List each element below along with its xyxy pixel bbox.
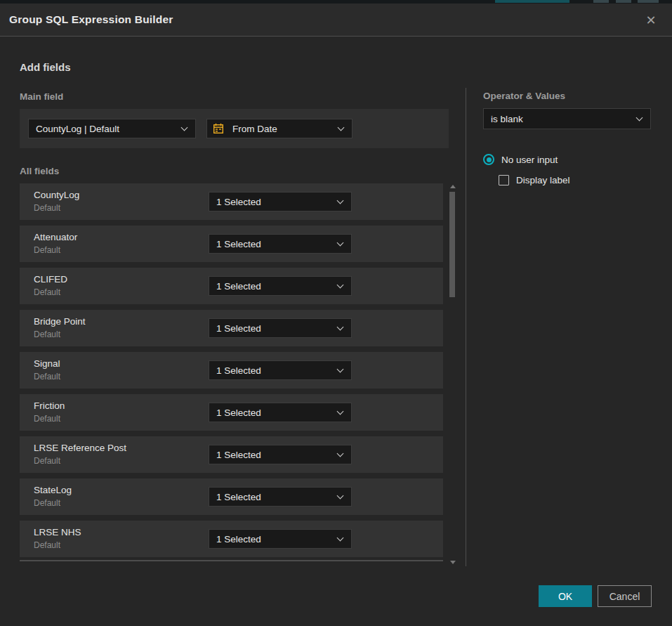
next-row-sliver — [20, 560, 443, 561]
radio-selected-icon — [483, 154, 494, 165]
layer-select[interactable]: CountyLog | Default — [28, 119, 196, 138]
no-user-input-label: No user input — [501, 155, 558, 165]
scrollbar-up-arrow-icon[interactable] — [450, 185, 456, 188]
main-field-select-value: From Date — [225, 124, 338, 134]
field-subtitle: Default — [34, 456, 60, 466]
operator-select[interactable]: is blank — [483, 108, 651, 129]
chevron-down-icon — [337, 323, 344, 330]
field-row[interactable]: Friction Default 1 Selected — [20, 394, 443, 431]
field-subtitle: Default — [34, 287, 60, 297]
field-name: LRSE Reference Post — [34, 443, 126, 453]
chevron-down-icon — [181, 124, 188, 131]
operator-values-heading: Operator & Values — [483, 91, 565, 101]
field-row[interactable]: LRSE NHS Default 1 Selected — [20, 521, 443, 557]
main-field-panel: CountyLog | Default From Date — [20, 109, 449, 148]
background-icon-fragment — [593, 0, 609, 3]
field-subtitle: Default — [34, 245, 60, 255]
field-row[interactable]: StateLog Default 1 Selected — [20, 478, 443, 515]
scrollbar-thumb[interactable] — [449, 192, 455, 297]
chevron-down-icon — [337, 239, 344, 246]
ok-button[interactable]: OK — [539, 585, 592, 607]
field-values-select-value: 1 Selected — [209, 492, 338, 502]
chevron-down-icon — [337, 365, 344, 372]
field-values-select[interactable]: 1 Selected — [209, 445, 352, 464]
display-label-checkbox[interactable]: Display label — [499, 175, 570, 185]
layer-select-value: CountyLog | Default — [29, 124, 182, 134]
field-row[interactable]: Attenuator Default 1 Selected — [20, 226, 443, 262]
field-subtitle: Default — [34, 540, 60, 550]
display-label-label: Display label — [516, 175, 570, 185]
background-icon-fragment — [616, 0, 631, 3]
field-name: LRSE NHS — [34, 527, 81, 537]
chevron-down-icon — [338, 124, 345, 131]
field-row[interactable]: LRSE Reference Post Default 1 Selected — [20, 436, 443, 473]
chevron-down-icon — [337, 450, 344, 457]
calendar-icon — [213, 123, 224, 134]
chevron-down-icon — [337, 534, 344, 541]
field-values-select-value: 1 Selected — [209, 534, 338, 545]
field-values-select-value: 1 Selected — [209, 407, 338, 418]
field-values-select[interactable]: 1 Selected — [209, 360, 352, 380]
field-subtitle: Default — [34, 414, 60, 424]
field-values-select-value: 1 Selected — [209, 281, 338, 292]
chevron-down-icon — [337, 281, 344, 288]
panel-divider — [466, 88, 466, 566]
chevron-down-icon — [337, 492, 344, 499]
group-sql-expression-builder-dialog: Group SQL Expression Builder ✕ Add field… — [0, 4, 672, 626]
field-values-select-value: 1 Selected — [209, 365, 338, 376]
dialog-titlebar: Group SQL Expression Builder ✕ — [0, 4, 672, 37]
background-icon-fragment — [638, 0, 659, 3]
field-row[interactable]: CountyLog Default 1 Selected — [20, 183, 443, 220]
field-subtitle: Default — [34, 203, 60, 213]
all-fields-label: All fields — [20, 166, 59, 176]
cancel-button[interactable]: Cancel — [598, 585, 652, 607]
field-subtitle: Default — [34, 372, 60, 382]
main-field-select[interactable]: From Date — [206, 119, 353, 138]
background-toolbar-fragment — [495, 0, 569, 3]
field-values-select[interactable]: 1 Selected — [209, 276, 352, 296]
field-row[interactable]: Bridge Point Default 1 Selected — [20, 310, 443, 346]
field-subtitle: Default — [34, 330, 60, 339]
field-values-select[interactable]: 1 Selected — [209, 192, 352, 211]
field-name: Signal — [34, 358, 60, 369]
field-row[interactable]: CLIFED Default 1 Selected — [20, 268, 443, 304]
field-name: Attenuator — [34, 232, 77, 242]
close-icon[interactable]: ✕ — [640, 4, 662, 37]
field-values-select-value: 1 Selected — [209, 197, 338, 207]
operator-select-value: is blank — [484, 114, 637, 124]
chevron-down-icon — [636, 114, 643, 121]
dialog-title: Group SQL Expression Builder — [9, 13, 173, 26]
no-user-input-radio[interactable]: No user input — [483, 154, 558, 165]
add-fields-heading: Add fields — [20, 61, 71, 73]
scrollbar-down-arrow-icon[interactable] — [450, 561, 456, 564]
field-values-select[interactable]: 1 Selected — [209, 318, 352, 338]
field-row[interactable]: Signal Default 1 Selected — [20, 352, 443, 389]
field-values-select[interactable]: 1 Selected — [209, 487, 352, 507]
checkbox-unchecked-icon — [499, 175, 509, 185]
chevron-down-icon — [337, 197, 344, 204]
field-name: StateLog — [34, 485, 72, 495]
chevron-down-icon — [337, 407, 344, 415]
field-name: CountyLog — [34, 190, 79, 200]
field-name: Friction — [34, 400, 65, 411]
field-name: Bridge Point — [34, 316, 86, 327]
field-values-select[interactable]: 1 Selected — [209, 403, 352, 422]
field-name: CLIFED — [34, 274, 67, 285]
field-values-select-value: 1 Selected — [209, 450, 338, 460]
field-values-select[interactable]: 1 Selected — [209, 529, 352, 549]
main-field-label: Main field — [20, 91, 63, 102]
field-values-select[interactable]: 1 Selected — [209, 234, 352, 254]
field-values-select-value: 1 Selected — [209, 239, 338, 249]
field-values-select-value: 1 Selected — [209, 323, 338, 334]
all-fields-list: CountyLog Default 1 Selected Attenuator … — [20, 183, 443, 557]
field-subtitle: Default — [34, 498, 60, 508]
